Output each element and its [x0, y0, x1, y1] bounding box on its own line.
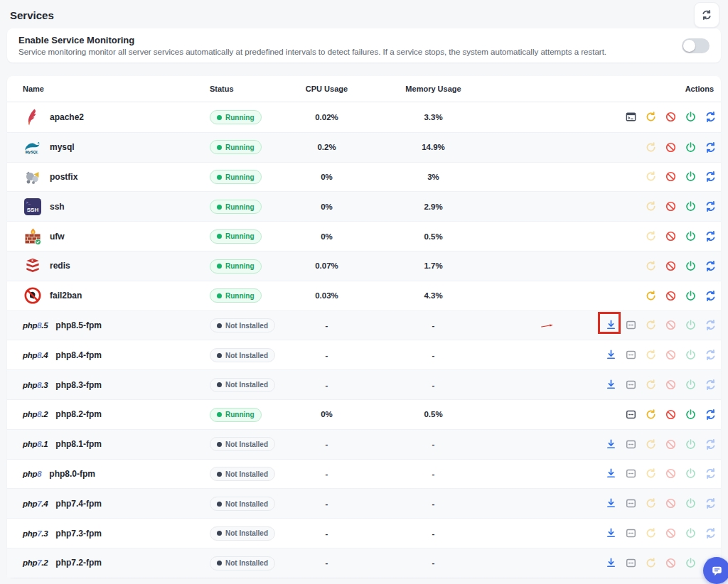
power-button[interactable] — [685, 111, 697, 123]
reload-button[interactable] — [705, 171, 717, 183]
power-button[interactable] — [685, 379, 697, 391]
memory-usage-value: 2.9% — [368, 202, 499, 211]
stop-button[interactable] — [665, 527, 677, 539]
stop-button[interactable] — [665, 260, 677, 272]
power-button[interactable] — [685, 260, 697, 272]
reload-button[interactable] — [705, 379, 717, 391]
stop-button[interactable] — [665, 467, 677, 480]
power-button[interactable] — [685, 230, 697, 242]
reload-button[interactable] — [705, 141, 717, 153]
reload-button[interactable] — [705, 319, 717, 331]
install-button[interactable] — [605, 349, 617, 361]
service-monitoring-toggle[interactable] — [682, 38, 710, 53]
download-icon — [605, 349, 617, 361]
restart-button[interactable] — [645, 290, 657, 302]
restart-button[interactable] — [645, 497, 657, 509]
restart-button[interactable] — [645, 379, 657, 391]
restart-button[interactable] — [645, 171, 657, 183]
stop-button[interactable] — [665, 171, 677, 183]
versions-button[interactable] — [625, 319, 637, 331]
power-button[interactable] — [685, 200, 697, 212]
versions-button[interactable] — [625, 438, 637, 450]
reload-button[interactable] — [705, 438, 717, 450]
power-button[interactable] — [685, 467, 697, 480]
power-button[interactable] — [685, 319, 697, 331]
restart-button[interactable] — [645, 349, 657, 361]
versions-button[interactable] — [625, 557, 637, 569]
stop-button[interactable] — [665, 557, 677, 569]
power-button[interactable] — [685, 141, 697, 153]
stop-button[interactable] — [665, 319, 677, 331]
restart-button[interactable] — [645, 467, 657, 480]
install-button[interactable] — [605, 379, 617, 391]
restart-button[interactable] — [645, 230, 657, 242]
versions-button[interactable] — [625, 467, 637, 480]
restart-button[interactable] — [645, 557, 657, 569]
restart-button[interactable] — [645, 200, 657, 212]
stop-button[interactable] — [665, 111, 677, 123]
reload-button[interactable] — [705, 260, 717, 272]
install-button[interactable] — [605, 557, 617, 569]
install-button[interactable] — [605, 438, 617, 450]
row-actions — [499, 260, 721, 272]
reload-button[interactable] — [705, 349, 717, 361]
table-row: >_SSHssh Running 0% 2.9% — [7, 191, 721, 221]
restart-icon — [645, 467, 657, 480]
versions-button[interactable] — [625, 409, 637, 421]
restart-button[interactable] — [645, 527, 657, 539]
refresh-button[interactable] — [694, 2, 719, 28]
stop-button[interactable] — [665, 290, 677, 302]
stop-button[interactable] — [665, 438, 677, 450]
reload-button[interactable] — [705, 290, 717, 302]
stop-button[interactable] — [665, 379, 677, 391]
versions-icon — [625, 379, 637, 391]
restart-button[interactable] — [645, 409, 657, 421]
row-actions — [499, 557, 721, 569]
install-button[interactable] — [605, 319, 617, 331]
reload-button[interactable] — [705, 409, 717, 421]
power-button[interactable] — [685, 438, 697, 450]
restart-button[interactable] — [645, 111, 657, 123]
reload-button[interactable] — [705, 111, 717, 123]
stop-button[interactable] — [665, 497, 677, 509]
power-button[interactable] — [685, 557, 697, 569]
service-name: php8.3-fpm — [55, 380, 102, 390]
restart-button[interactable] — [645, 260, 657, 272]
reload-button[interactable] — [705, 200, 717, 212]
restart-button[interactable] — [645, 141, 657, 153]
status-dot-icon — [217, 115, 222, 120]
install-button[interactable] — [605, 467, 617, 480]
power-button[interactable] — [685, 349, 697, 361]
power-button[interactable] — [685, 527, 697, 539]
versions-button[interactable] — [625, 527, 637, 539]
stop-button[interactable] — [665, 200, 677, 212]
install-button[interactable] — [605, 527, 617, 539]
install-button[interactable] — [605, 497, 617, 509]
service-name: php8.2-fpm — [55, 409, 102, 419]
stop-button[interactable] — [665, 349, 677, 361]
row-actions — [499, 438, 721, 450]
reload-button[interactable] — [705, 467, 717, 480]
stop-button[interactable] — [665, 409, 677, 421]
status-badge: Running — [210, 229, 262, 244]
power-button[interactable] — [685, 171, 697, 183]
status-label: Not Installed — [225, 470, 268, 478]
restart-button[interactable] — [645, 319, 657, 331]
reload-button[interactable] — [705, 497, 717, 509]
restart-icon — [645, 290, 657, 302]
power-icon — [685, 111, 697, 123]
stop-button[interactable] — [665, 230, 677, 242]
power-icon — [685, 467, 697, 480]
reload-button[interactable] — [705, 527, 717, 539]
reload-button[interactable] — [705, 230, 717, 242]
chat-button[interactable] — [703, 557, 728, 584]
power-button[interactable] — [685, 290, 697, 302]
terminal-button[interactable] — [625, 111, 637, 123]
power-button[interactable] — [685, 409, 697, 421]
versions-button[interactable] — [625, 497, 637, 509]
versions-button[interactable] — [625, 379, 637, 391]
restart-button[interactable] — [645, 438, 657, 450]
versions-button[interactable] — [625, 349, 637, 361]
stop-button[interactable] — [665, 141, 677, 153]
power-button[interactable] — [685, 497, 697, 509]
